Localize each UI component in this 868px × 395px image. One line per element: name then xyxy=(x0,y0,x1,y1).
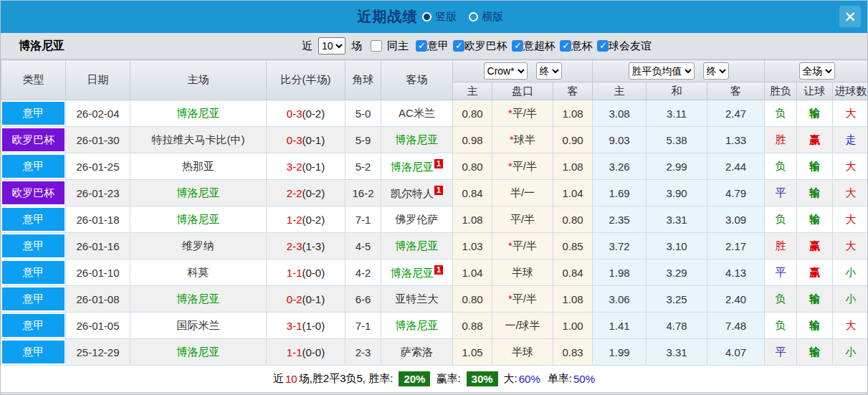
handicap-result-cell: 输 xyxy=(797,153,833,180)
table-row: 意甲26-01-05国际米兰3-1(1-0)7-1博洛尼亚0.88一/球半1.0… xyxy=(1,313,868,339)
competition-checkbox[interactable] xyxy=(453,40,464,52)
competition-checkbox-list: 意甲欧罗巴杯意超杯意杯球会友谊 xyxy=(411,39,652,53)
result-cell: 负 xyxy=(765,153,797,180)
big-label: 大: xyxy=(504,372,518,386)
mean-win: 3.72 xyxy=(593,233,647,260)
match-date: 26-01-23 xyxy=(66,180,130,206)
home-team: 博洛尼亚 xyxy=(130,206,267,233)
away-team: 亚特兰大 xyxy=(381,286,453,313)
full-time-score: 1-2 xyxy=(287,214,302,226)
full-time-score: 1-1 xyxy=(287,346,302,358)
competition-checkbox[interactable] xyxy=(416,40,427,52)
odds-home: 0.80 xyxy=(453,153,492,180)
handicap-line: 平/半 xyxy=(492,206,553,233)
competition-checkbox[interactable] xyxy=(560,40,571,52)
match-scope-select[interactable]: 全场 xyxy=(799,62,835,80)
red-card-badge: 1 xyxy=(434,159,443,168)
home-team: 博洛尼亚 xyxy=(130,286,267,313)
mean-lose: 4.07 xyxy=(707,339,765,366)
result-cell: 负 xyxy=(765,100,797,127)
competition-label[interactable]: 球会友谊 xyxy=(609,39,652,52)
odds-time-select[interactable]: 终 xyxy=(536,62,562,80)
mean-win: 1.98 xyxy=(593,260,647,286)
competition-checkbox[interactable] xyxy=(597,40,609,52)
subheader-odds-away: 客 xyxy=(553,82,593,100)
league-cell: 意甲 xyxy=(1,339,66,366)
horizontal-layout-radio[interactable] xyxy=(469,12,478,22)
same-home-checkbox[interactable] xyxy=(371,40,382,52)
handicap-result-cell: 赢 xyxy=(797,260,833,286)
away-team: 萨索洛 xyxy=(381,339,453,366)
home-team-name: 博洛尼亚 xyxy=(177,186,220,199)
odds-home: 0.80 xyxy=(453,286,492,313)
odds-home: 0.84 xyxy=(453,180,492,206)
red-card-badge: 1 xyxy=(434,265,443,275)
bookmaker-select[interactable]: Crow* xyxy=(484,62,528,80)
subheader-handicap-result: 让球 xyxy=(797,82,833,100)
away-team-name: 博洛尼亚 xyxy=(396,319,439,331)
score-cell: 1-2(0-2) xyxy=(267,206,345,233)
handicap-text: 球半 xyxy=(514,133,535,146)
score-cell: 2-2(0-2) xyxy=(267,180,345,206)
competition-label[interactable]: 意杯 xyxy=(571,39,593,52)
match-date: 26-01-18 xyxy=(66,206,130,233)
league-cell: 意甲 xyxy=(1,313,66,339)
league-cell: 意甲 xyxy=(1,206,66,233)
away-team: 博洛尼亚1 xyxy=(381,260,453,286)
close-icon[interactable]: ✕ xyxy=(839,6,861,27)
league-badge: 意甲 xyxy=(2,314,65,337)
half-time-score: (0-2) xyxy=(302,187,325,199)
odds-group-header: Crow* 终 xyxy=(453,60,593,82)
same-home-label[interactable]: 同主 xyxy=(387,39,409,53)
competition-label[interactable]: 欧罗巴杯 xyxy=(464,39,507,52)
mean-draw: 3.25 xyxy=(647,286,707,313)
handicap-text: 平/半 xyxy=(512,107,537,119)
odds-home: 0.88 xyxy=(453,313,492,339)
mean-lose: 7.48 xyxy=(707,313,765,339)
league-badge: 意甲 xyxy=(2,234,65,257)
corner-score: 7-1 xyxy=(345,206,381,233)
competition-label[interactable]: 意超杯 xyxy=(523,39,555,52)
full-time-score: 0-3 xyxy=(287,108,302,120)
handicap-result-cell: 输 xyxy=(797,100,833,127)
league-cell: 意甲 xyxy=(1,233,66,260)
league-cell: 欧罗巴杯 xyxy=(1,127,66,153)
vertical-layout-label[interactable]: 竖版 xyxy=(436,10,457,24)
vertical-layout-radio[interactable] xyxy=(422,12,431,22)
horizontal-layout-label[interactable]: 横版 xyxy=(482,10,504,24)
competition-label[interactable]: 意甲 xyxy=(427,39,449,52)
half-time-score: (0-2) xyxy=(302,108,325,120)
match-date: 26-01-25 xyxy=(66,153,130,180)
result-cell: 负 xyxy=(765,313,797,339)
goals-result-cell: 大 xyxy=(833,233,868,260)
mean-win: 1.69 xyxy=(593,180,647,206)
handicap-line: 半球 xyxy=(492,339,553,366)
competition-checkbox[interactable] xyxy=(512,40,523,52)
home-team: 博洛尼亚 xyxy=(130,339,267,366)
red-card-badge: 1 xyxy=(434,186,443,195)
title-bar: 近期战绩 竖版 横版 ✕ xyxy=(1,1,867,33)
league-cell: 欧罗巴杯 xyxy=(1,180,66,206)
handicap-result-cell: 赢 xyxy=(797,127,833,153)
handicap-text: 一/球半 xyxy=(505,319,540,331)
matches-label: 场 xyxy=(351,39,362,53)
table-row: 意甲26-01-18博洛尼亚1-2(0-2)7-1佛罗伦萨1.08平/半0.80… xyxy=(1,206,868,233)
handicap-line: 半球 xyxy=(492,260,553,286)
half-time-score: (1-0) xyxy=(302,320,325,332)
recent-count-select[interactable]: 10 xyxy=(318,37,345,54)
corner-score: 5-2 xyxy=(345,153,381,180)
mean-time-select[interactable]: 终 xyxy=(703,62,729,80)
table-row: 意甲26-01-08博洛尼亚0-2(0-1)6-6亚特兰大0.80*平/半1.0… xyxy=(1,286,868,313)
mean-type-select[interactable]: 胜平负均值 xyxy=(629,62,695,80)
mean-win: 1.99 xyxy=(593,339,647,366)
col-header-date: 日期 xyxy=(66,60,130,100)
mean-draw: 3.10 xyxy=(647,233,707,260)
win-odds-label: 赢率: xyxy=(436,372,460,386)
mean-win: 2.35 xyxy=(593,206,647,233)
handicap-text: 半球 xyxy=(512,266,533,278)
odds-away: 0.80 xyxy=(553,206,593,233)
league-cell: 意甲 xyxy=(1,286,66,313)
table-row: 欧罗巴杯26-01-30特拉维夫马卡比(中)0-3(0-1)5-9博洛尼亚0.9… xyxy=(1,127,868,153)
match-date: 26-01-05 xyxy=(66,313,130,339)
result-cell: 平 xyxy=(765,180,797,206)
